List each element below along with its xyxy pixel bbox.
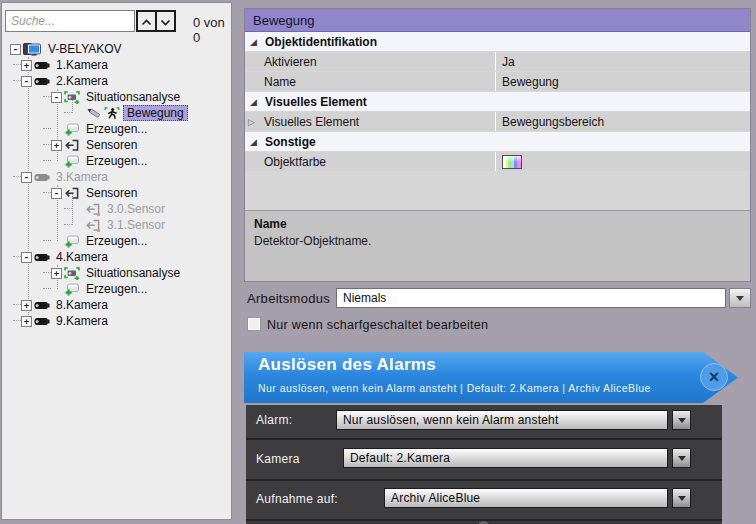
camera-icon xyxy=(34,315,50,328)
camera-icon xyxy=(34,59,50,72)
sensor-red-dot-icon xyxy=(85,203,101,216)
close-icon: × xyxy=(709,367,720,388)
tree-item-1-kamera[interactable]: + 1.Kamera xyxy=(2,57,231,73)
property-value-visuelles-element[interactable]: Bewegungsbereich xyxy=(496,112,750,131)
row-expand-icon[interactable]: ▷ xyxy=(245,117,264,127)
tree-item-v-belyakov[interactable]: - V-BELYAKOV xyxy=(2,41,231,57)
computer-icon xyxy=(23,43,42,56)
kamera-row: Kamera Default: 2.Kamera xyxy=(246,440,722,479)
situation-analysis-icon xyxy=(64,91,80,104)
description-text: Detektor-Objektname. xyxy=(254,234,741,248)
tree-item-situationsanalyse-2[interactable]: - Situationsanalyse xyxy=(2,89,231,105)
property-value-name[interactable]: Bewegung xyxy=(496,72,750,91)
expander-plus[interactable]: + xyxy=(21,316,32,327)
alarm-row: Alarm: Nur auslösen, wenn kein Alarm ans… xyxy=(246,405,722,438)
expander-plus[interactable]: + xyxy=(21,300,32,311)
armed-checkbox[interactable] xyxy=(247,317,261,331)
kamera-label: Kamera xyxy=(256,452,300,466)
object-tree: - V-BELYAKOV + 1.Kamera - 2.Kamera - Si xyxy=(2,41,231,329)
dropdown-arrow-icon xyxy=(736,296,744,305)
property-value-aktivieren[interactable]: Ja xyxy=(496,52,750,71)
chevron-down-icon xyxy=(160,14,171,29)
create-plus-icon xyxy=(64,283,80,296)
dropdown-arrow-icon xyxy=(678,456,686,465)
runner-icon xyxy=(104,107,120,120)
property-panel: Bewegung ◢ Objektidentifikation Aktivier… xyxy=(244,8,751,282)
property-row-aktivieren[interactable]: Aktivieren Ja xyxy=(245,52,750,71)
expander-plus[interactable]: + xyxy=(21,60,32,71)
tree-item-erzeugen-sensor-3[interactable]: Erzeugen... xyxy=(2,233,231,249)
category-visuelles-element[interactable]: ◢ Visuelles Element xyxy=(245,92,750,111)
alarm-select[interactable]: Nur auslösen, wenn kein Alarm ansteht xyxy=(336,410,668,430)
aufnahme-select[interactable]: Archiv AliceBlue xyxy=(384,488,668,508)
aufnahme-label: Aufnahme auf: xyxy=(256,492,338,506)
color-gradient-swatch[interactable] xyxy=(502,155,522,169)
alarm-config-panel: Alarm: Nur auslösen, wenn kein Alarm ans… xyxy=(246,405,722,524)
tree-item-erzeugen-4[interactable]: Erzeugen... xyxy=(2,281,231,297)
alarm-label: Alarm: xyxy=(256,413,292,427)
kamera-select[interactable]: Default: 2.Kamera xyxy=(343,448,668,468)
camera-icon xyxy=(34,251,50,264)
selected-tree-label: Bewegung xyxy=(123,105,188,121)
camera-icon xyxy=(34,299,50,312)
expander-minus[interactable]: - xyxy=(21,252,32,263)
category-collapse-icon[interactable]: ◢ xyxy=(245,97,262,107)
alarm-dropdown-button[interactable] xyxy=(672,410,691,430)
camera-icon xyxy=(34,171,50,184)
tree-item-9-kamera[interactable]: + 9.Kamera xyxy=(2,313,231,329)
description-title: Name xyxy=(254,217,741,231)
create-plus-icon xyxy=(64,235,80,248)
tree-panel: 0 von 0 - V-BELYAKOV + 1.Kamera xyxy=(1,2,232,520)
category-objektidentifikation[interactable]: ◢ Objektidentifikation xyxy=(245,32,750,51)
tree-item-erzeugen-detektor[interactable]: Erzeugen... xyxy=(2,121,231,137)
tree-item-3-1-sensor[interactable]: 3.1.Sensor xyxy=(2,217,231,233)
expander-minus[interactable]: - xyxy=(10,44,21,55)
sensor-red-dot-icon xyxy=(85,219,101,232)
expander-minus[interactable]: - xyxy=(21,76,32,87)
expander-plus[interactable]: + xyxy=(51,268,62,279)
alarm-banner: Auslösen des Alarms Nur auslösen, wenn k… xyxy=(244,352,738,403)
alarm-banner-title: Auslösen des Alarms xyxy=(258,355,436,375)
expander-minus[interactable]: - xyxy=(51,92,62,103)
expander-minus[interactable]: - xyxy=(21,172,32,183)
tree-item-4-kamera[interactable]: - 4.Kamera xyxy=(2,249,231,265)
arbeitsmodus-select[interactable]: Niemals xyxy=(336,288,726,308)
category-collapse-icon[interactable]: ◢ xyxy=(245,37,262,47)
tree-item-bewegung[interactable]: Bewegung xyxy=(2,105,231,121)
tree-item-erzeugen-sensor-2[interactable]: Erzeugen... xyxy=(2,153,231,169)
tree-item-8-kamera[interactable]: + 8.Kamera xyxy=(2,297,231,313)
arbeitsmodus-label: Arbeitsmodus xyxy=(247,291,330,306)
sensor-icon xyxy=(64,187,80,200)
create-plus-icon xyxy=(64,155,80,168)
search-nav xyxy=(136,10,176,32)
alarm-banner-subtitle: Nur auslösen, wenn kein Alarm ansteht | … xyxy=(258,382,651,394)
pencil-icon xyxy=(85,107,101,120)
tree-item-3-kamera[interactable]: - 3.Kamera xyxy=(2,169,231,185)
dropdown-arrow-icon xyxy=(678,496,686,505)
property-row-name[interactable]: Name Bewegung xyxy=(245,72,750,91)
category-collapse-icon[interactable]: ◢ xyxy=(245,137,262,147)
aufnahme-dropdown-button[interactable] xyxy=(672,488,691,508)
property-description: Name Detektor-Objektname. xyxy=(245,210,750,281)
camera-icon xyxy=(34,75,50,88)
expander-minus[interactable]: - xyxy=(51,188,62,199)
category-sonstige[interactable]: ◢ Sonstige xyxy=(245,132,750,151)
tree-item-sensoren-2[interactable]: + Sensoren xyxy=(2,137,231,153)
property-row-objektfarbe[interactable]: Objektfarbe xyxy=(245,152,750,171)
tree-item-2-kamera[interactable]: - 2.Kamera xyxy=(2,73,231,89)
search-next-button[interactable] xyxy=(155,10,176,32)
kamera-dropdown-button[interactable] xyxy=(672,448,691,468)
close-button[interactable]: × xyxy=(700,363,728,391)
situation-analysis-icon xyxy=(64,267,80,280)
tree-item-sensoren-3[interactable]: - Sensoren xyxy=(2,185,231,201)
search-input[interactable] xyxy=(5,10,135,32)
aufnahme-row: Aufnahme auf: Archiv AliceBlue xyxy=(246,481,722,519)
property-panel-title: Bewegung xyxy=(245,9,750,32)
create-plus-icon xyxy=(64,123,80,136)
search-prev-button[interactable] xyxy=(136,10,157,32)
tree-item-situationsanalyse-4[interactable]: + Situationsanalyse xyxy=(2,265,231,281)
expander-plus[interactable]: + xyxy=(51,140,62,151)
property-row-visuelles-element[interactable]: ▷Visuelles Element Bewegungsbereich xyxy=(245,112,750,131)
tree-item-3-0-sensor[interactable]: 3.0.Sensor xyxy=(2,201,231,217)
arbeitsmodus-dropdown-button[interactable] xyxy=(729,288,751,308)
